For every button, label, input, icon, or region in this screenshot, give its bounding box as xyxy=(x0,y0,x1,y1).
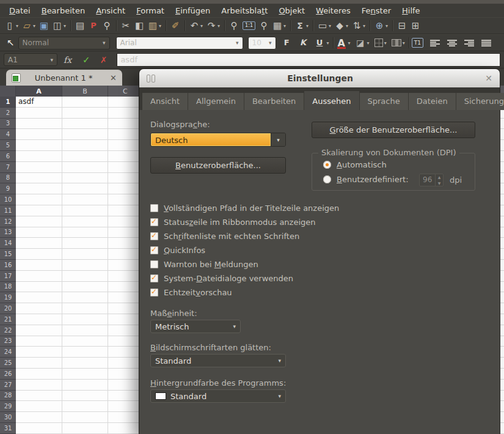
row-header[interactable]: 18 xyxy=(0,282,16,293)
checkbox-box-icon[interactable] xyxy=(150,260,158,268)
cell-b[interactable] xyxy=(62,238,108,249)
cell-b[interactable] xyxy=(62,412,108,423)
row-header[interactable]: 9 xyxy=(0,183,16,194)
row-header[interactable]: 21 xyxy=(0,314,16,325)
cell-b[interactable] xyxy=(62,173,108,184)
cell-a[interactable] xyxy=(16,216,62,227)
ui-size-button[interactable]: Größe der Benutzeroberfläche... xyxy=(312,122,475,138)
settings-checkbox[interactable]: Echtzeitvorschau xyxy=(150,287,232,298)
checkbox-box-icon[interactable] xyxy=(150,232,158,240)
style-combobox[interactable]: Normal ▾ xyxy=(18,37,110,50)
dropdown-arrow-icon[interactable]: ▾ xyxy=(385,23,388,29)
font-color-button[interactable]: A xyxy=(336,37,347,49)
cell-b[interactable] xyxy=(62,194,108,205)
row-header[interactable]: 12 xyxy=(0,216,16,227)
row-header[interactable]: 20 xyxy=(0,303,16,314)
dialog-tab[interactable]: Sprache xyxy=(360,93,409,110)
cell-b[interactable] xyxy=(62,108,108,119)
cell-a[interactable] xyxy=(16,173,62,184)
font-size-combobox[interactable]: 10 ▾ xyxy=(248,37,276,50)
cell-reference-box[interactable]: A1 ▾ xyxy=(4,53,57,66)
cell-b[interactable] xyxy=(62,151,108,162)
background-color-combobox[interactable]: Standard ▾ xyxy=(150,389,286,403)
row-header[interactable]: 7 xyxy=(0,162,16,173)
row-header[interactable]: 14 xyxy=(0,238,16,249)
radio-custom[interactable]: Benutzerdefiniert: xyxy=(323,175,409,184)
row-header[interactable]: 8 xyxy=(0,173,16,184)
dpi-spinner-value[interactable]: 96 xyxy=(420,174,435,186)
cell-a[interactable] xyxy=(16,292,62,303)
bold-button[interactable]: F xyxy=(281,36,293,50)
row-header[interactable]: 25 xyxy=(0,358,16,369)
cell-b[interactable] xyxy=(62,205,108,216)
cell-b[interactable] xyxy=(62,97,108,108)
search-icon[interactable]: ⚲▾ xyxy=(227,19,241,32)
row-header[interactable]: 31 xyxy=(0,423,16,434)
cell-a[interactable] xyxy=(16,380,62,391)
font-color-dropdown-icon[interactable]: ▾ xyxy=(347,40,352,46)
cell-a[interactable] xyxy=(16,369,62,380)
cell-b[interactable] xyxy=(62,391,108,402)
row-header[interactable]: 10 xyxy=(0,194,16,205)
cell-b[interactable] xyxy=(62,358,108,369)
dropdown-arrow-icon[interactable]: ▾ xyxy=(283,23,286,29)
cell-a[interactable] xyxy=(16,423,62,434)
row-header[interactable]: 3 xyxy=(0,119,16,130)
row-header[interactable]: 29 xyxy=(0,401,16,412)
cell-a[interactable] xyxy=(16,271,62,282)
duplicate-icon[interactable]: ◫▾ xyxy=(51,19,68,32)
sheet-tab[interactable]: Unbenannt 1 * ✕ xyxy=(6,70,122,86)
dpi-spinner[interactable]: 96 ▲▼ xyxy=(419,174,444,186)
cell-b[interactable] xyxy=(62,401,108,412)
redo-icon[interactable]: ↷▾ xyxy=(205,19,222,32)
row-header[interactable]: 26 xyxy=(0,369,16,380)
shape-icon[interactable]: ◆▾ xyxy=(333,19,350,32)
settings-checkbox[interactable]: Schriftenliste mit echten Schriften xyxy=(150,230,299,241)
checkbox-box-icon[interactable] xyxy=(150,289,158,296)
checkbox-box-icon[interactable] xyxy=(150,246,158,254)
dropdown-arrow-icon[interactable]: ▾ xyxy=(16,23,18,29)
text-direction-button[interactable]: T1 xyxy=(412,38,423,48)
row-header[interactable]: 27 xyxy=(0,380,16,391)
dialog-close-icon[interactable]: ✕ xyxy=(485,73,492,83)
cell-b[interactable] xyxy=(62,216,108,227)
cell-b[interactable] xyxy=(62,314,108,325)
dialog-tab[interactable]: Bearbeiten xyxy=(244,93,304,110)
menu-item[interactable]: Einfügen xyxy=(170,5,216,17)
background-color-button[interactable]: ◪ xyxy=(355,38,366,48)
row-header[interactable]: 4 xyxy=(0,129,16,140)
cell-a[interactable] xyxy=(16,238,62,249)
menu-item[interactable]: Objekt xyxy=(273,5,310,17)
dropdown-arrow-icon[interactable]: ▾ xyxy=(217,23,220,29)
row-header[interactable]: 1 xyxy=(0,97,16,108)
column-header-b[interactable]: B xyxy=(62,86,108,97)
cell-b[interactable] xyxy=(62,140,108,151)
dropdown-arrow-icon[interactable]: ▾ xyxy=(64,23,66,29)
row-header[interactable]: 30 xyxy=(0,412,16,423)
dialog-tab[interactable]: Sicherungskopien xyxy=(456,93,504,110)
cell-b[interactable] xyxy=(62,347,108,358)
cell-a[interactable] xyxy=(16,162,62,173)
row-header[interactable]: 11 xyxy=(0,205,16,216)
hyperlink-globe-icon[interactable]: ⊕▾ xyxy=(373,19,390,32)
dialog-tab[interactable]: Allgemein xyxy=(188,93,244,110)
sort-az-icon[interactable]: ⇅▾ xyxy=(350,19,367,32)
spinner-arrows-icon[interactable]: ▲▼ xyxy=(435,174,443,186)
row-header[interactable]: 17 xyxy=(0,271,16,282)
dropdown-arrow-icon[interactable]: ▾ xyxy=(329,23,331,29)
menu-item[interactable]: Format xyxy=(131,5,170,17)
italic-button[interactable]: K xyxy=(298,36,309,50)
cell-a[interactable] xyxy=(16,194,62,205)
cell-a[interactable] xyxy=(16,227,62,238)
cell-a[interactable] xyxy=(16,391,62,402)
row-header[interactable]: 22 xyxy=(0,325,16,336)
dropdown-arrow-icon[interactable]: ▾ xyxy=(33,23,35,29)
menu-item[interactable]: Bearbeiten xyxy=(36,5,90,17)
export-pdf-icon[interactable]: P▾ xyxy=(87,19,100,32)
pointer-tool-icon[interactable]: ↖ xyxy=(3,37,18,48)
language-combobox[interactable]: Deutsch ▾ xyxy=(150,133,286,147)
undo-icon[interactable]: ↶▾ xyxy=(188,19,205,32)
cell-b[interactable] xyxy=(62,249,108,260)
cell-a[interactable] xyxy=(16,119,62,130)
borders-dropdown-icon[interactable]: ▾ xyxy=(383,40,388,46)
